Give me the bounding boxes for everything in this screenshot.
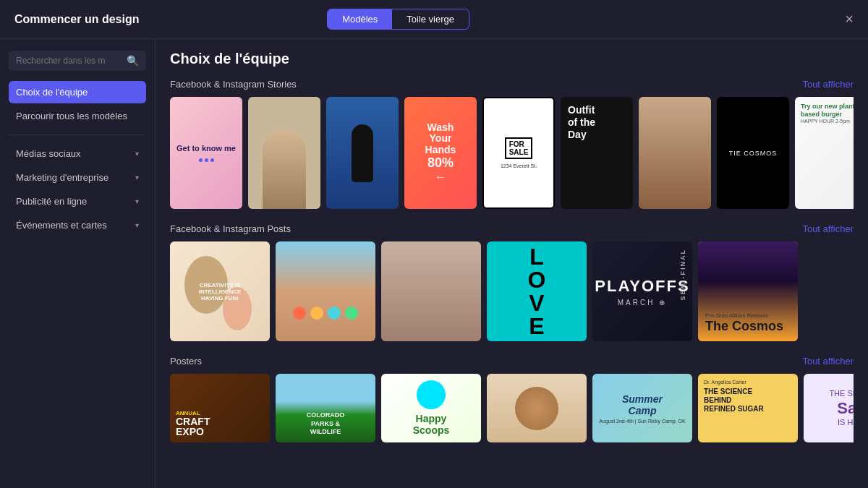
search-input[interactable] [16,56,127,66]
story-card-burger[interactable]: Try our new plant-based burger HAPPY HOU… [795,97,854,209]
scoop-circle [417,380,446,409]
burger-sub: HAPPY HOUR 2-5pm [801,119,850,124]
chevron-icon: ▾ [135,150,139,158]
love-text: LOVE [528,245,546,338]
stories-tout-afficher[interactable]: Tout afficher [802,79,854,90]
face-bg [381,241,481,341]
tab-modeles[interactable]: Modèles [328,9,392,29]
camp-sub: August 2nd-4th | Sun Ricky Camp, OK [599,419,685,424]
stories-section-header: Facebook & Instagram Stories Tout affich… [170,79,854,90]
posts-row: CREATIVITY ISINTELLIGENCEHAVING FUN! [170,241,854,341]
stories-row: Get to know me WashYourHands 80% ← [170,97,854,209]
poster-card-happy-scoops[interactable]: HappyScoops [381,374,481,442]
tab-group: Modèles Toile vierge [327,9,469,30]
posters-section-title: Posters [170,356,202,367]
playoffs-title: PLAYOFFS [595,277,689,296]
wash-arrow: ← [435,171,446,184]
cosmos-story-text: TIE COSMOS [729,150,778,157]
post-card-playoffs[interactable]: SEMI-FINAL PLAYOFFS MARCH ⊕ [592,241,692,341]
scoops-title: HappyScoops [413,414,450,436]
wash-percent: 80% [427,155,454,171]
chevron-icon: ▾ [135,197,139,205]
sidebar-item-team-choice[interactable]: Choix de l'équipe [9,81,146,103]
story-card-for-sale[interactable]: FORSALE 1234 Everett St. [482,97,555,209]
poster-card-colorado[interactable]: COLORADOPARKS &WILDLIFE [276,374,375,442]
craft-title: CRAFTEXPO [176,416,210,437]
page-title-area: Choix de l'équipe [170,51,854,67]
colorado-title: COLORADOPARKS &WILDLIFE [307,411,345,437]
sidebar-item-pub[interactable]: Publicité en ligne ▾ [9,190,146,213]
posts-section-title: Facebook & Instagram Posts [170,223,291,234]
chevron-icon: ▾ [135,174,139,181]
story-card-wash[interactable]: WashYourHands 80% ← [404,97,477,209]
poster-card-spring-sale[interactable]: THE SPRING Sale IS HERE [804,374,854,442]
is-here-text: IS HERE [838,418,854,427]
modal-header: Commencer un design Modèles Toile vierge… [0,0,868,39]
post-card-beach[interactable] [276,241,375,341]
food-item [515,387,558,430]
posts-section-header: Facebook & Instagram Posts Tout afficher [170,223,854,234]
cosmos-pre-title: Pre-Solo Album Release [705,312,768,319]
sidebar: 🔍 Choix de l'équipe Parcourir tous les m… [0,39,156,488]
outfit-title: Outfitof theDay [568,104,595,140]
poster-card-summer-camp[interactable]: SummerCamp August 2nd-4th | Sun Ricky Ca… [592,374,692,442]
close-button[interactable]: × [845,11,854,27]
poster-card-food[interactable] [487,374,587,442]
poster-card-science[interactable]: Dr. Angelica Carter THE SCIENCEBEHINDREF… [698,374,798,442]
story-card-jump[interactable] [326,97,399,209]
for-sale-address: 1234 Everett St. [501,163,537,168]
sidebar-item-browse-all[interactable]: Parcourir tous les modèles [9,105,146,127]
poster-card-annual-craft[interactable]: ANNUAL CRAFTEXPO [170,374,270,442]
tab-toile[interactable]: Toile vierge [392,9,469,29]
story-card-get-to-know[interactable]: Get to know me [170,97,242,209]
story-card-model[interactable] [639,97,711,209]
summer-title: SummerCamp [622,393,663,416]
post-card-love[interactable]: LOVE [487,241,587,341]
sidebar-divider [9,134,146,135]
story-card-outfit[interactable]: Outfitof theDay [561,97,633,209]
story-card-photo-woman[interactable] [248,97,320,209]
search-box[interactable]: 🔍 [9,51,146,71]
posters-tout-afficher[interactable]: Tout afficher [802,356,854,367]
creativity-text: CREATIVITY ISINTELLIGENCEHAVING FUN! [199,282,242,301]
post-card-cosmos[interactable]: Pre-Solo Album Release The Cosmos [698,241,798,341]
modal-body: 🔍 Choix de l'équipe Parcourir tous les m… [0,39,868,488]
modal: Commencer un design Modèles Toile vierge… [0,0,868,488]
posts-tout-afficher[interactable]: Tout afficher [802,223,854,234]
wash-title: WashYourHands [425,122,456,155]
sale-word: Sale [837,399,854,418]
march-text: MARCH ⊕ [618,299,667,307]
page-section-title: Choix de l'équipe [170,51,289,67]
post-card-abstract[interactable]: CREATIVITY ISINTELLIGENCEHAVING FUN! [170,241,270,341]
sidebar-item-marketing[interactable]: Marketing d'entreprise ▾ [9,166,146,189]
posters-section-header: Posters Tout afficher [170,356,854,367]
chevron-icon: ▾ [135,221,139,229]
story-card-cosmos[interactable]: TIE COSMOS [717,97,789,209]
sidebar-item-social[interactable]: Médias sociaux ▾ [9,142,146,165]
science-title: THE SCIENCEBEHINDREFINED SUGAR [704,388,764,414]
main-content: Choix de l'équipe Facebook & Instagram S… [156,39,868,488]
figure-shape [263,129,306,209]
semi-final-text: SEMI-FINAL [679,249,686,301]
story-card-title: Get to know me [176,144,236,153]
burger-title: Try our new plant-based burger [801,103,854,119]
posters-row: ANNUAL CRAFTEXPO COLORADOPARKS &WILDLIFE… [170,374,854,442]
post-card-face[interactable] [381,241,481,341]
modal-title: Commencer un design [14,13,139,26]
search-icon: 🔍 [127,55,139,67]
jump-silhouette [352,124,373,182]
sidebar-item-events[interactable]: Événements et cartes ▾ [9,214,146,236]
spring-title: THE SPRING [829,389,854,398]
model-bg [639,97,711,209]
cosmos-post-title: The Cosmos [705,319,783,334]
dr-name: Dr. Angelica Carter [704,380,746,385]
stories-section-title: Facebook & Instagram Stories [170,79,297,90]
for-sale-tag: FORSALE [505,137,533,159]
